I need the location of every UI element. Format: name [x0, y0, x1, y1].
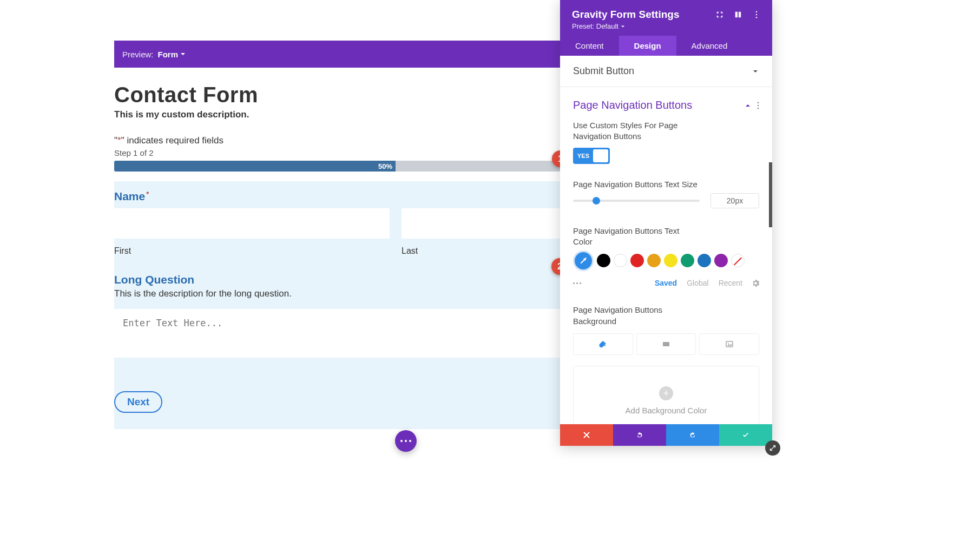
swatch-yellow[interactable] — [664, 254, 677, 267]
svg-point-2 — [756, 17, 758, 18]
progress-percent: 50% — [378, 162, 392, 170]
swatch-blue[interactable] — [697, 254, 711, 267]
color-picker-button[interactable] — [573, 251, 594, 271]
panel-header: Gravity Form Settings Preset: Default — [560, 0, 772, 36]
chevron-down-icon — [621, 24, 625, 29]
toggle-yes-text: YES — [577, 153, 589, 159]
swatch-red[interactable] — [630, 254, 644, 267]
slider-thumb[interactable] — [593, 197, 600, 205]
panel-scrollbar[interactable] — [769, 162, 772, 227]
layout-icon[interactable] — [734, 11, 742, 18]
tab-advanced[interactable]: Advanced — [676, 36, 743, 56]
redo-icon — [689, 431, 696, 439]
settings-panel: Gravity Form Settings Preset: Default Co… — [560, 0, 772, 446]
palette-more-icon[interactable] — [573, 282, 581, 284]
swatch-purple[interactable] — [714, 254, 728, 267]
chevron-up-icon[interactable] — [744, 102, 752, 109]
background-tabs — [573, 333, 759, 355]
custom-styles-label: Use Custom Styles For Page Navigation Bu… — [573, 120, 697, 142]
submit-button-section[interactable]: Submit Button — [560, 56, 772, 87]
toggle-knob — [593, 149, 608, 162]
palette-tab-recent[interactable]: Recent — [719, 279, 742, 287]
bg-tab-image[interactable] — [699, 333, 759, 355]
eyedropper-icon — [579, 256, 588, 265]
custom-styles-option: Use Custom Styles For Page Navigation Bu… — [560, 116, 772, 164]
palette-tab-saved[interactable]: Saved — [655, 279, 677, 287]
swatch-green[interactable] — [681, 254, 694, 267]
panel-title: Gravity Form Settings — [572, 9, 680, 21]
svg-point-0 — [756, 11, 758, 12]
add-bg-button[interactable]: + — [659, 386, 673, 400]
redo-button[interactable] — [666, 424, 719, 446]
bg-tab-color[interactable] — [573, 333, 633, 355]
svg-point-5 — [758, 107, 759, 109]
svg-point-8 — [728, 343, 729, 344]
page-nav-section-title: Page Navigation Buttons — [573, 99, 692, 111]
resize-icon — [769, 444, 776, 452]
bg-tab-gradient[interactable] — [636, 333, 696, 355]
preset-dropdown[interactable]: Preset: Default — [572, 22, 680, 30]
check-icon — [742, 431, 749, 439]
resize-handle[interactable] — [765, 440, 780, 456]
preview-label: Preview: — [122, 50, 154, 59]
add-bg-label: Add Background Color — [626, 406, 707, 415]
tab-design[interactable]: Design — [619, 36, 676, 56]
submit-button-label: Submit Button — [573, 65, 634, 77]
image-icon — [725, 340, 734, 348]
asterisk-icon: * — [117, 135, 121, 146]
swatch-white[interactable] — [614, 254, 627, 267]
custom-styles-toggle[interactable]: YES — [573, 148, 610, 164]
kebab-icon[interactable] — [753, 11, 760, 18]
save-button[interactable] — [719, 424, 772, 446]
first-name-input[interactable] — [114, 208, 390, 239]
first-name-sublabel: First — [114, 246, 390, 256]
fill-icon — [598, 340, 607, 348]
text-size-slider[interactable] — [573, 200, 700, 202]
close-icon — [583, 431, 590, 439]
palette-settings-icon[interactable] — [752, 280, 759, 287]
undo-button[interactable] — [613, 424, 666, 446]
panel-footer — [560, 424, 772, 446]
close-button[interactable] — [560, 424, 613, 446]
page-nav-section-header[interactable]: Page Navigation Buttons — [560, 87, 772, 116]
svg-point-4 — [758, 104, 759, 106]
background-option: Page Navigation Buttons Background — [560, 300, 772, 355]
text-color-label: Page Navigation Buttons Text Color — [573, 226, 697, 248]
text-color-option: Page Navigation Buttons Text Color Saved… — [560, 221, 772, 288]
svg-point-3 — [758, 102, 759, 103]
swatch-black[interactable] — [597, 254, 610, 267]
section-kebab-icon[interactable] — [757, 102, 759, 109]
undo-icon — [636, 431, 643, 439]
color-swatches — [573, 254, 759, 271]
swatch-none[interactable] — [731, 254, 745, 267]
chevron-down-icon — [752, 68, 759, 75]
text-size-value[interactable]: 20px — [710, 193, 759, 208]
palette-tab-global[interactable]: Global — [687, 279, 708, 287]
text-size-option: Page Navigation Buttons Text Size 20px — [560, 175, 772, 208]
svg-point-1 — [756, 14, 758, 16]
preview-mode-dropdown[interactable]: Form — [158, 50, 186, 59]
expand-icon[interactable] — [716, 11, 723, 18]
text-size-label: Page Navigation Buttons Text Size — [573, 179, 697, 190]
tab-content[interactable]: Content — [560, 36, 619, 56]
svg-rect-6 — [663, 342, 669, 346]
panel-tabs: Content Design Advanced — [560, 36, 772, 56]
preview-mode-value: Form — [158, 50, 179, 59]
gradient-icon — [662, 340, 670, 348]
swatch-orange[interactable] — [647, 254, 661, 267]
svg-rect-7 — [726, 341, 733, 347]
background-label: Page Navigation Buttons Background — [573, 305, 697, 327]
palette-meta-row: Saved Global Recent — [573, 279, 759, 287]
required-asterisk-icon: * — [146, 190, 149, 198]
next-button[interactable]: Next — [114, 391, 162, 413]
more-options-button[interactable] — [395, 430, 417, 452]
chevron-down-icon — [180, 51, 186, 57]
progress-fill: 50% — [114, 161, 396, 172]
